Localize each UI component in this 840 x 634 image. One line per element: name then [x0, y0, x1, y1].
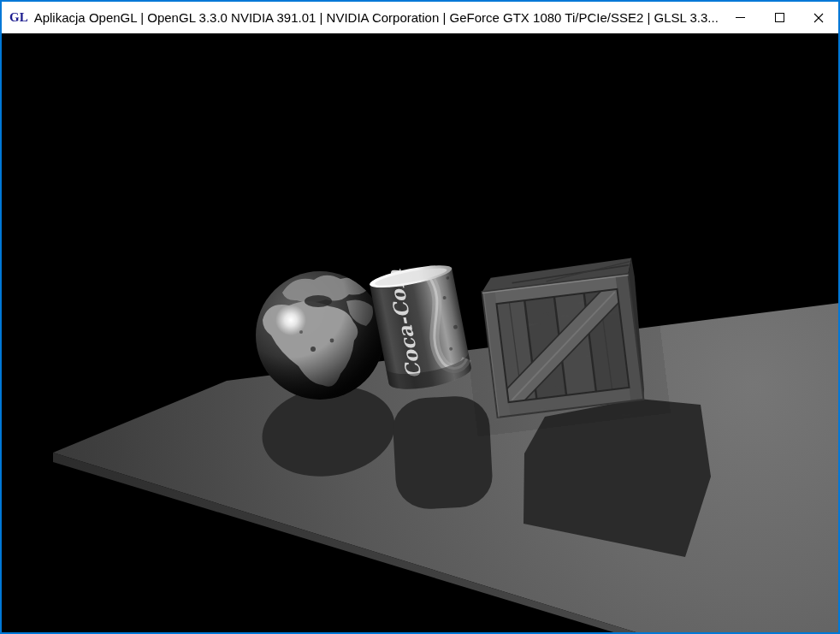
titlebar[interactable]: GL Aplikacja OpenGL | OpenGL 3.3.0 NVIDI…	[2, 2, 838, 33]
maximize-button[interactable]	[760, 2, 799, 33]
app-window: GL Aplikacja OpenGL | OpenGL 3.3.0 NVIDI…	[0, 0, 840, 634]
wooden-crate	[475, 256, 652, 420]
can-shadow	[392, 394, 494, 511]
minimize-icon	[736, 17, 745, 18]
minimize-button[interactable]	[720, 2, 760, 33]
opengl-viewport[interactable]: Coca-Cola	[2, 33, 838, 632]
window-controls	[720, 2, 838, 33]
earth-globe	[256, 271, 384, 400]
close-icon	[813, 13, 824, 23]
maximize-icon	[775, 13, 784, 22]
opengl-app-icon: GL	[9, 10, 28, 25]
close-button[interactable]	[799, 2, 838, 33]
window-title: Aplikacja OpenGL | OpenGL 3.3.0 NVIDIA 3…	[34, 2, 720, 33]
